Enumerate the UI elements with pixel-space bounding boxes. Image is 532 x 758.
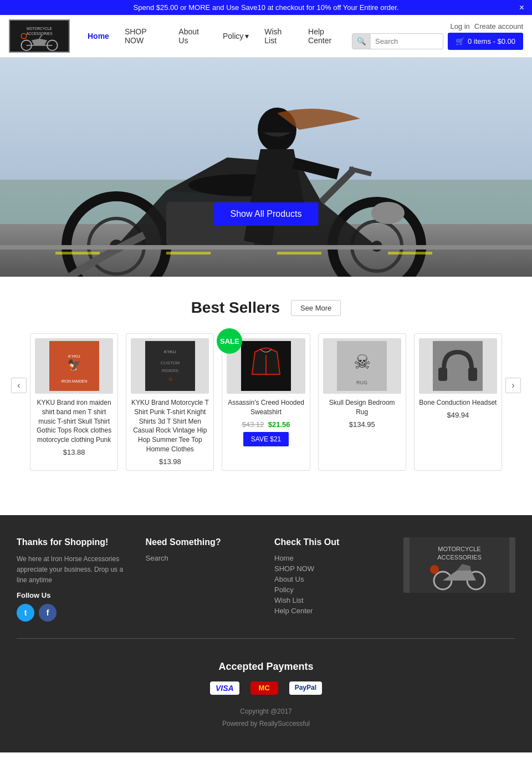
header-auth: Log in Create account bbox=[450, 22, 523, 30]
search-input[interactable] bbox=[371, 34, 443, 48]
mastercard-label: MC bbox=[259, 684, 270, 692]
svg-text:☠: ☠ bbox=[167, 376, 172, 382]
accepted-payments: Accepted Payments VISA MC PayPal Copyrig… bbox=[17, 650, 515, 741]
svg-rect-31 bbox=[166, 252, 211, 255]
nav-item-policy[interactable]: Policy ▾ bbox=[216, 28, 255, 44]
footer-link-policy[interactable]: Policy bbox=[274, 586, 387, 594]
footer-link-shop-now[interactable]: SHOP NOW bbox=[274, 564, 387, 573]
svg-text:CUSTOM: CUSTOM bbox=[161, 360, 180, 365]
footer-col1-heading: Thanks for Shopping! bbox=[17, 537, 129, 547]
product-price-p2: $13.98 bbox=[131, 457, 209, 466]
svg-point-24 bbox=[371, 202, 405, 224]
header-right: Log in Create account 🔍 🛒 0 items - $0.0… bbox=[352, 22, 523, 50]
nav-item-home[interactable]: Home bbox=[81, 28, 116, 44]
next-arrow-button[interactable]: › bbox=[505, 378, 521, 393]
svg-rect-33 bbox=[388, 252, 432, 255]
svg-rect-48 bbox=[433, 341, 483, 391]
product-card-p4[interactable]: ☠ RUG Skull Design Bedroom Rug $134.95 bbox=[318, 333, 406, 471]
svg-text:IRON MAIDEN: IRON MAIDEN bbox=[61, 379, 87, 383]
nav-item-shop-now[interactable]: SHOP NOW bbox=[118, 24, 170, 48]
footer-col-logo: MOTORCYCLE ACCESSORIES bbox=[403, 537, 516, 622]
footer-link-wish-list[interactable]: Wish List bbox=[274, 596, 387, 604]
hero-section: Show All Products bbox=[0, 58, 532, 277]
nav-item-about-us[interactable]: About Us bbox=[172, 24, 214, 48]
svg-rect-50 bbox=[468, 368, 477, 381]
footer-col-check: Check This Out Home SHOP NOW About Us Po… bbox=[274, 537, 387, 622]
product-title-p3: Assassin's Creed Hooded Sweatshirt bbox=[227, 398, 305, 417]
product-price-p5: $49.94 bbox=[419, 411, 497, 419]
svg-rect-30 bbox=[55, 252, 100, 255]
show-all-products-button[interactable]: Show All Products bbox=[214, 202, 319, 226]
facebook-icon[interactable]: f bbox=[39, 604, 57, 622]
header: MOTORCYCLE ACCESSORIES Home SHOP NOW Abo… bbox=[0, 15, 532, 58]
svg-rect-29 bbox=[0, 245, 532, 250]
footer-col3-heading: Check This Out bbox=[274, 537, 387, 547]
footer-link-home[interactable]: Home bbox=[274, 554, 387, 562]
visa-payment-icon: VISA bbox=[210, 681, 239, 695]
product-image-p4: ☠ RUG bbox=[323, 338, 401, 394]
product-card-p3[interactable]: SALE Assassin's Creed Hooded Sweatshirt … bbox=[222, 333, 310, 471]
svg-text:KYKU: KYKU bbox=[164, 349, 176, 354]
svg-rect-0 bbox=[11, 21, 68, 52]
search-submit-button[interactable]: 🔍 bbox=[352, 34, 371, 49]
svg-text:MOTORCYCLE: MOTORCYCLE bbox=[438, 546, 480, 552]
best-sellers-title: Best Sellers bbox=[191, 299, 280, 317]
paypal-payment-icon: PayPal bbox=[289, 681, 322, 695]
svg-text:🦅: 🦅 bbox=[67, 358, 81, 372]
product-card-p2[interactable]: KYKU CUSTOM RIDERS ☠ KYKU Brand Motorcyc… bbox=[126, 333, 214, 471]
footer-link-about-us[interactable]: About Us bbox=[274, 575, 387, 583]
best-sellers-header: Best Sellers See More bbox=[11, 299, 521, 317]
cart-button[interactable]: 🛒 0 items - $0.00 bbox=[448, 33, 523, 50]
product-price-p1: $13.88 bbox=[35, 448, 113, 456]
create-account-link[interactable]: Create account bbox=[474, 22, 523, 30]
follow-us-label: Follow Us bbox=[17, 591, 129, 599]
twitter-icon[interactable]: t bbox=[17, 604, 34, 622]
footer-col-about: Thanks for Shopping! We here at Iron Hor… bbox=[17, 537, 129, 622]
product-card-p5[interactable]: Bone Conduction Headset $49.94 bbox=[414, 333, 502, 471]
product-title-p1: KYKU Brand iron maiden shirt band men T … bbox=[35, 398, 113, 445]
products-row: KYKU 🦅 IRON MAIDEN KYKU Brand iron maide… bbox=[27, 333, 505, 471]
product-title-p4: Skull Design Bedroom Rug bbox=[323, 398, 401, 417]
payment-icons: VISA MC PayPal bbox=[17, 681, 515, 695]
product-image-p5 bbox=[419, 338, 497, 394]
main-nav: Home SHOP NOW About Us Policy ▾ Wish Lis… bbox=[81, 24, 352, 48]
footer-link-search[interactable]: Search bbox=[146, 554, 258, 562]
svg-point-58 bbox=[430, 565, 439, 574]
svg-text:RUG: RUG bbox=[356, 380, 367, 385]
top-banner-close[interactable]: × bbox=[519, 3, 524, 13]
footer-col2-heading: Need Something? bbox=[146, 537, 258, 547]
social-icons: t f bbox=[17, 604, 129, 622]
svg-text:KYKU: KYKU bbox=[68, 354, 80, 359]
product-title-p5: Bone Conduction Headset bbox=[419, 398, 497, 408]
prev-arrow-button[interactable]: ‹ bbox=[11, 378, 27, 393]
svg-text:RIDERS: RIDERS bbox=[162, 368, 178, 373]
login-link[interactable]: Log in bbox=[450, 22, 469, 30]
svg-text:☠: ☠ bbox=[354, 351, 371, 373]
footer-col1-text: We here at Iron Horse Accessories apprec… bbox=[17, 554, 129, 586]
accepted-payments-heading: Accepted Payments bbox=[17, 661, 515, 673]
footer-grid: Thanks for Shopping! We here at Iron Hor… bbox=[17, 537, 515, 622]
product-image-p1: KYKU 🦅 IRON MAIDEN bbox=[35, 338, 113, 394]
logo[interactable]: MOTORCYCLE ACCESSORIES bbox=[9, 19, 70, 53]
footer-col-need: Need Something? Search bbox=[146, 537, 258, 622]
product-price-p3: $43.12 $21.56 bbox=[227, 420, 305, 429]
cart-icon: 🛒 bbox=[456, 37, 464, 45]
mastercard-payment-icon: MC bbox=[250, 681, 278, 695]
product-card-p1[interactable]: KYKU 🦅 IRON MAIDEN KYKU Brand iron maide… bbox=[30, 333, 118, 471]
nav-item-wish-list[interactable]: Wish List bbox=[258, 24, 299, 48]
top-banner-text: Spend $25.00 or MORE and Use Save10 at c… bbox=[134, 3, 399, 12]
footer-divider bbox=[17, 638, 515, 639]
svg-text:ACCESSORIES: ACCESSORIES bbox=[437, 554, 481, 561]
footer-link-help-center[interactable]: Help Center bbox=[274, 607, 387, 615]
save-button-p3[interactable]: SAVE $21 bbox=[243, 432, 289, 446]
see-more-button[interactable]: See More bbox=[291, 300, 341, 316]
svg-text:MOTORCYCLE: MOTORCYCLE bbox=[27, 27, 53, 30]
nav-item-help-center[interactable]: Help Center bbox=[301, 24, 352, 48]
svg-rect-32 bbox=[277, 252, 321, 255]
svg-text:ACCESSORIES: ACCESSORIES bbox=[26, 32, 53, 35]
hero-background bbox=[0, 58, 532, 277]
svg-rect-49 bbox=[438, 368, 447, 381]
best-sellers-section: Best Sellers See More ‹ KYKU 🦅 IRON MAID… bbox=[0, 277, 532, 482]
search-box: 🔍 bbox=[352, 33, 443, 49]
svg-rect-38 bbox=[145, 341, 195, 391]
